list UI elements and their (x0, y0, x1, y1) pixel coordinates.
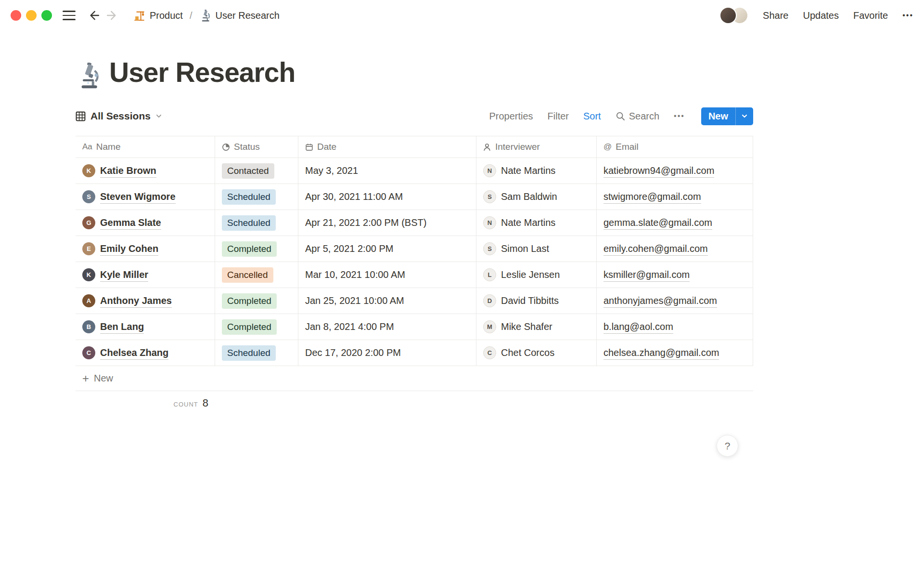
name-cell[interactable]: S Steven Wigmore (76, 184, 215, 210)
page-body: User Research All Sessions Properties Fi… (0, 56, 924, 409)
name-cell[interactable]: K Katie Brown (76, 158, 215, 184)
column-header-status[interactable]: Status (215, 136, 298, 158)
status-badge: Cancelled (222, 267, 273, 283)
breadcrumb-item-product[interactable]: Product (131, 9, 185, 23)
email-link[interactable]: stwigmore@gmail.com (603, 190, 701, 204)
new-dropdown-chevron-icon[interactable] (735, 107, 753, 125)
status-cell[interactable]: Scheduled (215, 340, 298, 366)
name-cell[interactable]: A Anthony James (76, 288, 215, 314)
column-header-interviewer[interactable]: Interviewer (476, 136, 597, 158)
name-link[interactable]: Steven Wigmore (100, 190, 176, 204)
email-cell[interactable]: ksmiller@gmail.com (597, 262, 753, 288)
more-options-icon[interactable]: ••• (902, 11, 913, 20)
name-cell[interactable]: K Kyle Miller (76, 262, 215, 288)
date-cell[interactable]: Dec 17, 2020 2:00 PM (298, 340, 476, 366)
date-cell[interactable]: Apr 30, 2021 11:00 AM (298, 184, 476, 210)
avatar: S (82, 190, 95, 203)
table-row: B Ben Lang Completed Jan 8, 2021 4:00 PM… (76, 314, 753, 340)
name-link[interactable]: Ben Lang (100, 320, 144, 334)
avatar: A (82, 294, 95, 307)
email-link[interactable]: emily.cohen@gmail.com (603, 242, 708, 256)
interviewer-cell[interactable]: N Nate Martins (476, 158, 597, 184)
sort-button[interactable]: Sort (583, 111, 601, 122)
date-cell[interactable]: Jan 25, 2021 10:00 AM (298, 288, 476, 314)
new-row-button[interactable]: + New (76, 366, 753, 391)
name-link[interactable]: Chelsea Zhang (100, 346, 168, 360)
status-cell[interactable]: Scheduled (215, 184, 298, 210)
properties-button[interactable]: Properties (489, 111, 533, 122)
column-header-name[interactable]: Aa Name (76, 136, 215, 158)
minimize-window-button[interactable] (26, 10, 37, 21)
email-cell[interactable]: stwigmore@gmail.com (597, 184, 753, 210)
status-cell[interactable]: Completed (215, 236, 298, 262)
date-cell[interactable]: May 3, 2021 (298, 158, 476, 184)
forward-arrow-icon[interactable] (105, 9, 119, 22)
email-cell[interactable]: b.lang@aol.com (597, 314, 753, 340)
column-header-date[interactable]: Date (298, 136, 476, 158)
interviewer-cell[interactable]: S Sam Baldwin (476, 184, 597, 210)
email-link[interactable]: chelsea.zhang@gmail.com (603, 346, 719, 360)
interviewer-cell[interactable]: D David Tibbitts (476, 288, 597, 314)
date-cell[interactable]: Jan 8, 2021 4:00 PM (298, 314, 476, 340)
email-cell[interactable]: anthonyjames@gmail.com (597, 288, 753, 314)
date-cell[interactable]: Apr 21, 2021 2:00 PM (BST) (298, 210, 476, 236)
name-cell[interactable]: E Emily Cohen (76, 236, 215, 262)
email-link[interactable]: gemma.slate@gmail.com (603, 216, 712, 230)
viewer-avatars (719, 7, 748, 24)
filter-button[interactable]: Filter (548, 111, 569, 122)
interviewer-cell[interactable]: L Leslie Jensen (476, 262, 597, 288)
help-button[interactable]: ? (717, 435, 738, 457)
view-more-options-icon[interactable]: ••• (674, 112, 685, 120)
name-link[interactable]: Gemma Slate (100, 216, 161, 230)
interviewer-name: Chet Corcos (501, 347, 554, 358)
email-link[interactable]: b.lang@aol.com (603, 320, 673, 334)
email-cell[interactable]: gemma.slate@gmail.com (597, 210, 753, 236)
interviewer-avatar: N (483, 216, 496, 229)
user-avatar[interactable] (719, 7, 737, 24)
interviewer-cell[interactable]: S Simon Last (476, 236, 597, 262)
zoom-window-button[interactable] (41, 10, 52, 21)
email-cell[interactable]: chelsea.zhang@gmail.com (597, 340, 753, 366)
email-cell[interactable]: katiebrown94@gmail.com (597, 158, 753, 184)
name-link[interactable]: Katie Brown (100, 164, 156, 178)
name-link[interactable]: Kyle Miller (100, 268, 148, 282)
interviewer-cell[interactable]: M Mike Shafer (476, 314, 597, 340)
status-cell[interactable]: Completed (215, 288, 298, 314)
status-cell[interactable]: Contacted (215, 158, 298, 184)
share-button[interactable]: Share (763, 10, 788, 21)
email-link[interactable]: ksmiller@gmail.com (603, 268, 690, 282)
date-cell[interactable]: Apr 5, 2021 2:00 PM (298, 236, 476, 262)
name-cell[interactable]: B Ben Lang (76, 314, 215, 340)
email-link[interactable]: anthonyjames@gmail.com (603, 294, 717, 308)
status-cell[interactable]: Scheduled (215, 210, 298, 236)
email-link[interactable]: katiebrown94@gmail.com (603, 164, 714, 178)
view-selector[interactable]: All Sessions (76, 110, 162, 122)
sessions-table: Aa Name Status Date Interviewer (76, 136, 753, 409)
date-cell[interactable]: Mar 10, 2021 10:00 AM (298, 262, 476, 288)
search-button[interactable]: Search (616, 111, 659, 122)
column-header-email[interactable]: @ Email (597, 136, 753, 158)
name-cell[interactable]: G Gemma Slate (76, 210, 215, 236)
updates-button[interactable]: Updates (803, 10, 839, 21)
back-arrow-icon[interactable] (87, 9, 101, 22)
status-badge: Completed (222, 241, 277, 257)
breadcrumb-item-user-research[interactable]: User Research (197, 9, 282, 23)
status-cell[interactable]: Completed (215, 314, 298, 340)
avatar: K (82, 164, 95, 177)
table-view-icon (76, 111, 86, 121)
name-cell[interactable]: C Chelsea Zhang (76, 340, 215, 366)
sidebar-toggle-icon[interactable] (63, 11, 76, 20)
status-cell[interactable]: Cancelled (215, 262, 298, 288)
name-link[interactable]: Anthony James (100, 294, 172, 308)
status-badge: Contacted (222, 163, 274, 179)
table-row: K Kyle Miller Cancelled Mar 10, 2021 10:… (76, 262, 753, 288)
interviewer-cell[interactable]: C Chet Corcos (476, 340, 597, 366)
new-button[interactable]: New (701, 107, 735, 125)
favorite-button[interactable]: Favorite (853, 10, 888, 21)
count-aggregate[interactable]: COUNT 8 (76, 397, 215, 409)
email-cell[interactable]: emily.cohen@gmail.com (597, 236, 753, 262)
close-window-button[interactable] (11, 10, 21, 21)
interviewer-cell[interactable]: N Nate Martins (476, 210, 597, 236)
page-icon-microscope[interactable] (76, 63, 102, 89)
name-link[interactable]: Emily Cohen (100, 242, 158, 256)
